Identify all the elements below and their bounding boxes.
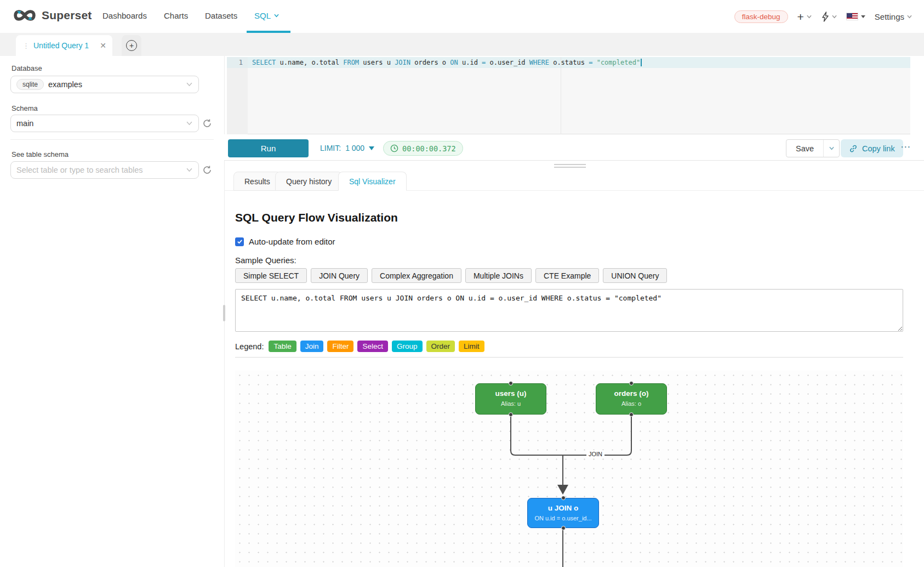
result-tabs: Results Query history Sql Visualizer xyxy=(224,171,924,191)
close-tab-icon[interactable]: ✕ xyxy=(100,41,106,50)
node-handle[interactable] xyxy=(509,381,513,385)
nav-sql-label: SQL xyxy=(254,11,271,20)
new-query-tab-button[interactable]: + xyxy=(122,35,141,56)
schema-label: Schema xyxy=(12,104,38,112)
settings-label: Settings xyxy=(875,12,904,21)
query-flow-canvas[interactable]: users (u) Alias: u orders (o) Alias: o u… xyxy=(235,371,903,567)
chevron-down-icon xyxy=(186,82,192,87)
schema-value: main xyxy=(16,119,33,128)
sidebar-resize-grip[interactable] xyxy=(223,305,225,321)
more-options-button[interactable]: ⋯ xyxy=(900,140,911,153)
tab-query-history[interactable]: Query history xyxy=(275,172,343,191)
lightning-icon xyxy=(821,12,829,22)
save-button[interactable]: Save xyxy=(786,140,823,157)
navbar-right-cluster: flask-debug + Settings xyxy=(734,0,912,33)
editor-print-margin xyxy=(561,57,561,134)
copy-link-button[interactable]: Copy link xyxy=(841,139,903,157)
auto-update-label[interactable]: Auto-update from editor xyxy=(249,237,335,246)
join-edge-label: JOIN xyxy=(586,450,604,458)
auto-update-checkbox[interactable] xyxy=(235,237,244,246)
limit-dropdown[interactable]: LIMIT: 1 000 xyxy=(320,144,374,152)
refresh-schemas-icon[interactable] xyxy=(202,118,212,128)
nav-dashboards[interactable]: Dashboards xyxy=(102,11,147,20)
chevron-down-icon xyxy=(186,168,192,172)
sample-multiple-joins-button[interactable]: Multiple JOINs xyxy=(465,268,532,283)
sample-simple-select-button[interactable]: Simple SELECT xyxy=(235,268,307,283)
query-tabstrip: ⋮ Untitled Query 1 ✕ + xyxy=(0,33,924,56)
node-handle[interactable] xyxy=(509,412,513,417)
nav-sql[interactable]: SQL xyxy=(254,11,279,20)
line-number: 1 xyxy=(227,57,248,68)
sql-lab-sidebar: Database sqlite examples Schema main See… xyxy=(0,56,224,567)
sql-lab-window: Superset Dashboards Charts Datasets SQL … xyxy=(0,0,924,567)
timer-value: 00:00:00.372 xyxy=(402,144,456,153)
flow-edges xyxy=(235,371,903,567)
plus-circle-icon: + xyxy=(126,40,137,51)
new-item-menu[interactable]: + xyxy=(797,11,812,22)
legend-limit-badge: Limit xyxy=(459,341,484,352)
sample-cte-example-button[interactable]: CTE Example xyxy=(535,268,599,283)
chevron-down-icon xyxy=(907,14,912,19)
auto-update-row: Auto-update from editor xyxy=(235,237,335,246)
query-input-textarea[interactable] xyxy=(235,289,903,332)
sample-complex-aggregation-button[interactable]: Complex Aggregation xyxy=(372,268,461,283)
copy-link-label: Copy link xyxy=(862,144,895,153)
sql-code-line: SELECT u.name, o.total FROM users u JOIN… xyxy=(252,59,642,66)
tab-sql-visualizer[interactable]: Sql Visualizer xyxy=(338,172,407,191)
table-select-placeholder: Select table or type to search tables xyxy=(16,166,143,174)
chevron-down-icon xyxy=(186,121,192,126)
node-handle[interactable] xyxy=(561,496,566,500)
run-button[interactable]: Run xyxy=(228,139,309,157)
caret-down-icon xyxy=(369,146,374,150)
flow-node-orders-table[interactable]: orders (o) Alias: o xyxy=(596,383,667,415)
nav-charts[interactable]: Charts xyxy=(164,11,188,20)
database-select[interactable]: sqlite examples xyxy=(10,76,199,93)
sample-queries-label: Sample Queries: xyxy=(235,256,296,265)
link-icon xyxy=(849,144,858,153)
infinity-logo-icon xyxy=(12,7,37,24)
node-title: orders (o) xyxy=(596,389,666,398)
sample-union-query-button[interactable]: UNION Query xyxy=(603,268,667,283)
sample-join-query-button[interactable]: JOIN Query xyxy=(311,268,368,283)
flow-node-join[interactable]: u JOIN o ON u.id = o.user_id... xyxy=(527,498,599,528)
sql-editor[interactable]: 1 SELECT u.name, o.total FROM users u JO… xyxy=(227,57,910,134)
nav-datasets[interactable]: Datasets xyxy=(205,11,237,20)
legend-filter-badge: Filter xyxy=(327,341,353,352)
chevron-down-icon xyxy=(829,146,834,151)
editor-toolbar: Run LIMIT: 1 000 00:00:00.372 Save xyxy=(224,134,924,161)
legend-label: Legend: xyxy=(235,342,264,351)
query-search-menu[interactable] xyxy=(821,12,837,22)
legend-join-badge: Join xyxy=(300,341,324,352)
settings-menu[interactable]: Settings xyxy=(875,12,912,21)
chevron-down-icon xyxy=(807,14,812,19)
caret-down-icon xyxy=(861,15,865,18)
query-tab-title: Untitled Query 1 xyxy=(33,41,89,50)
database-label: Database xyxy=(12,64,42,72)
node-subtitle: Alias: o xyxy=(596,400,666,407)
drag-grip-icon[interactable]: ⋮ xyxy=(22,42,29,50)
node-subtitle: Alias: u xyxy=(476,400,546,407)
table-select[interactable]: Select table or type to search tables xyxy=(10,161,199,179)
us-flag-icon xyxy=(846,13,858,20)
database-value: examples xyxy=(48,80,82,89)
pane-resize-grip[interactable] xyxy=(554,164,586,168)
chevron-down-icon xyxy=(274,13,279,18)
node-handle[interactable] xyxy=(629,412,634,417)
language-picker[interactable] xyxy=(846,13,865,20)
flow-node-users-table[interactable]: users (u) Alias: u xyxy=(475,383,546,415)
node-handle[interactable] xyxy=(561,526,566,530)
tab-results[interactable]: Results xyxy=(233,172,281,191)
superset-logo[interactable]: Superset xyxy=(12,7,92,24)
legend-order-badge: Order xyxy=(426,341,455,352)
arrowhead-icon xyxy=(557,485,568,495)
content-divider xyxy=(235,357,903,358)
save-dropdown-button[interactable] xyxy=(823,140,839,157)
query-tab-active[interactable]: ⋮ Untitled Query 1 ✕ xyxy=(16,35,112,56)
node-handle[interactable] xyxy=(629,381,634,385)
chevron-down-icon xyxy=(832,14,837,19)
top-navbar: Superset Dashboards Charts Datasets SQL … xyxy=(0,0,924,33)
refresh-tables-icon[interactable] xyxy=(202,165,212,175)
schema-select[interactable]: main xyxy=(10,115,199,132)
legend-group-badge: Group xyxy=(392,341,423,352)
brand-name: Superset xyxy=(42,9,92,22)
